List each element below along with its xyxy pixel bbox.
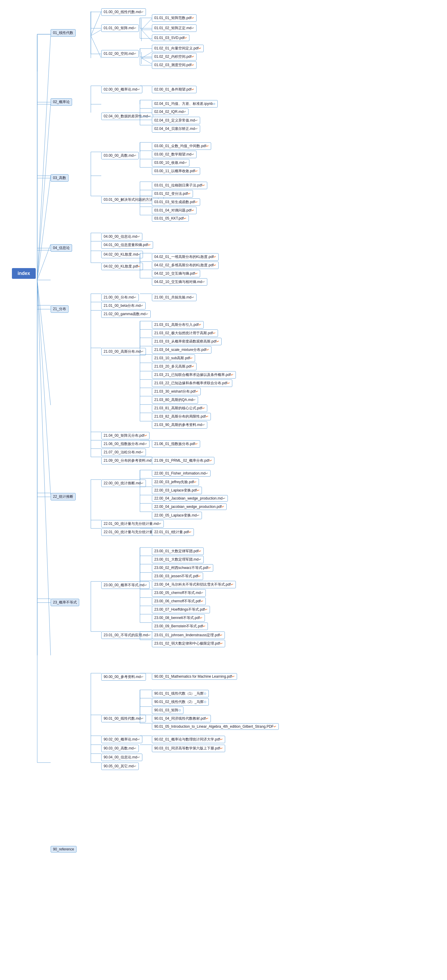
node-03-01-02[interactable]: 03.01_02_变分法.pdf ↵ <box>152 190 193 197</box>
node-03-00-01[interactable]: 03.00_01_众数_均值_中间数.pdf ↵ <box>152 142 211 150</box>
node-23-00-08[interactable]: 23.00_08_bennett不等式.pdf ↵ <box>152 614 205 622</box>
node-01-01-03[interactable]: 01.01_03_SVD.pdf ↵ <box>152 35 189 41</box>
node-02-04-03[interactable]: 02.04_03_定义异常值.md ↵ <box>152 117 200 124</box>
node-23-00-07[interactable]: 23.00_07_Hoeffdings不等式.pdf ↵ <box>152 606 210 613</box>
node-23-01-00[interactable]: 23.01_00_不等式的应用.md ↵ <box>101 632 153 639</box>
node-22-00-00[interactable]: 22.00_00_统计推断.md ↵ <box>101 480 146 487</box>
section-23[interactable]: 23_概率不等式 <box>51 599 79 606</box>
node-21-00-01[interactable]: 21.00_01_共轭先验.md ↵ <box>152 294 197 301</box>
node-22-00-05[interactable]: 22.00_05_Laplace变换.md ↵ <box>152 512 202 519</box>
node-21-03-01[interactable]: 21.03_01_高斯分布引入.pdf ↵ <box>152 321 204 329</box>
node-90-02-01[interactable]: 90.02_01_概率论与数理统计同济大学.pdf ↵ <box>152 736 225 743</box>
node-21-03-82[interactable]: 21.03_82_高斯分布的局限性.pdf ↵ <box>152 413 211 420</box>
node-01-01-01[interactable]: 01.01_01_矩阵范数.pdf ↵ <box>152 14 197 22</box>
node-90-01-05[interactable]: 90.01_05_Introduction_to_Linear_Algebra_… <box>152 723 279 730</box>
node-21-09-00[interactable]: 21.09_00_分布的参考资料.md ↵ <box>101 457 157 465</box>
node-02-00-01[interactable]: 02.00_01_条件期望.pdf ↵ <box>152 86 197 93</box>
section-02[interactable]: 02_概率论 <box>51 98 72 106</box>
node-22-01-01[interactable]: 22.01_01_t统计量.pdf ↵ <box>152 528 194 536</box>
node-04-02-00-md[interactable]: 04.02_00_KL散度.md ↵ <box>101 251 143 258</box>
node-03-00-11[interactable]: 03.00_11_以概率收敛.pdf ↵ <box>152 167 200 175</box>
node-02-04-02[interactable]: 02.04_02_IQR.md ↵ <box>152 108 189 115</box>
node-22-01-00[interactable]: 22.01_00_统计量与充分统计量.md ↵ <box>101 520 164 528</box>
section-22[interactable]: 22_统计推断 <box>51 493 76 500</box>
node-21-03-90[interactable]: 21.03_90_高斯的参考资料.md ↵ <box>152 421 207 429</box>
node-23-01-02[interactable]: 23.01_02_弱大数定律和中心极限定理.pdf ↵ <box>152 640 225 647</box>
node-04-02-00-pdf[interactable]: 04.02_00_KL散度.pdf ↵ <box>101 263 143 270</box>
node-01-00-00[interactable]: 01.00_00_线性代数.md ↵ <box>101 8 146 16</box>
section-21[interactable]: 21_分布 <box>51 305 68 313</box>
node-23-01-01[interactable]: 23.01_01_johnsen_lindenstrauss定理.pdf ↵ <box>152 632 225 639</box>
node-21-07-00[interactable]: 21.07_00_泊松分布.md ↵ <box>101 449 146 456</box>
node-21-06-00[interactable]: 21.06_00_指数族分布.md ↵ <box>101 440 150 448</box>
node-03-00-00[interactable]: 03.00_00_高数.md ↵ <box>101 152 139 159</box>
section-03[interactable]: 03_高数 <box>51 174 68 182</box>
node-23-00-02[interactable]: 23.00_02_柯西schwarz不等式.pdf ↵ <box>152 564 213 572</box>
node-23-00-09[interactable]: 23.00_09_Bernstein不等式.pdf ↵ <box>152 622 208 630</box>
node-23-00-00[interactable]: 23.00_00_概率不等式.md ↵ <box>101 581 150 589</box>
node-21-03-10[interactable]: 21.03_10_sub高斯.pdf ↵ <box>152 355 195 362</box>
node-23-00-01b[interactable]: 23.00_01_大数定理军团.md ↵ <box>152 556 204 563</box>
node-03-01-01[interactable]: 03.01_01_拉格朗日乘子法.pdf ↵ <box>152 182 207 189</box>
node-04-01-00[interactable]: 04.01_00_信息度量和熵.pdf ↵ <box>101 241 153 249</box>
node-90-03-00[interactable]: 90.03_00_高数.md ↵ <box>101 745 139 752</box>
node-21-03-04[interactable]: 21.03_04_scale_mixture分布.pdf ↵ <box>152 346 212 353</box>
node-04-02-10b[interactable]: 04.02_10_交互熵与相对熵.md ↵ <box>152 278 207 286</box>
node-02-04-04[interactable]: 02.04_04_贝塞尔矫正.md ↵ <box>152 125 200 132</box>
node-21-06-01[interactable]: 21.06_01_指数族分布.pdf ↵ <box>152 440 200 448</box>
node-03-01-05[interactable]: 03.01_05_KKT.pdf ↵ <box>152 215 189 222</box>
section-01[interactable]: 01_线性代数 <box>51 29 76 37</box>
node-90-05-00[interactable]: 90.05_00_其它.md ↵ <box>101 762 139 770</box>
node-23-00-05[interactable]: 23.00_05_chernoff不等式.md ↵ <box>152 589 206 597</box>
node-03-00-02[interactable]: 03.00_02_数学期望.md ↵ <box>152 151 197 158</box>
node-90-01-01[interactable]: 90.01_01_线性代数（1）_马辉 ⊙ <box>152 690 209 697</box>
node-21-01-00[interactable]: 21.01_00_beta分布.md ↵ <box>101 302 146 310</box>
node-90-01-00[interactable]: 90.01_00_线性代数.md ↵ <box>101 715 146 722</box>
node-90-00-00[interactable]: 90.00_00_参考资料.md ↵ <box>101 673 146 681</box>
node-02-04-01[interactable]: 02.04_01_均值、方差、标准差.ipynb ⊘ <box>152 100 218 108</box>
node-04-00-00[interactable]: 04.00_00_信息论.md ↵ <box>101 233 142 240</box>
section-90[interactable]: 90_reference <box>51 846 76 853</box>
node-04-02-10a[interactable]: 04.02_10_交互熵与熵.pdf ↵ <box>152 270 200 277</box>
node-03-00-10[interactable]: 03.00_10_收敛.md ↵ <box>152 159 189 167</box>
node-04-02-01[interactable]: 04.02_01_一维高斯分布的KL散度.pdf ↵ <box>152 253 219 261</box>
node-02-00-00[interactable]: 02.00_00_概率论.md ↵ <box>101 86 142 93</box>
node-01-01-02[interactable]: 01.01_02_矩阵正定.md ↵ <box>152 24 197 32</box>
node-03-01-04[interactable]: 03.01_04_对偶问题.pdf ↵ <box>152 207 197 214</box>
node-22-00-03b[interactable]: 22.00_03_Laplace变换.pdf ↵ <box>152 487 202 494</box>
node-90-01-03[interactable]: 90.01_03_矩阵 ⊙ <box>152 706 183 714</box>
node-22-00-04a[interactable]: 22.00_04_Jacobian_wedge_production.md ↵ <box>152 495 228 502</box>
node-23-00-03[interactable]: 23.00_03_jessen不等式.pdf ↵ <box>152 573 203 580</box>
node-22-00-03a[interactable]: 22.00_03_jeffrey先验.pdf ↵ <box>152 478 199 486</box>
node-21-03-21[interactable]: 21.03_21_已知联合概率求边缘以及条件概率.pdf ↵ <box>152 371 236 379</box>
node-01-01-00[interactable]: 01.01_00_矩阵.md ↵ <box>101 24 139 32</box>
section-04[interactable]: 04_信息论 <box>51 244 72 252</box>
node-03-01-03[interactable]: 03.01_03_矩生成函数.pdf ↵ <box>152 198 200 206</box>
node-02-04-00[interactable]: 02.04_00_数据的差异性.md ↵ <box>101 113 153 120</box>
node-90-01-02[interactable]: 90.01_02_线性代数（2）_马辉 ⊙ <box>152 698 209 706</box>
node-23-00-04[interactable]: 23.00_04_马尔科夫不等式和切比雪夫不等式.pdf ↵ <box>152 581 236 588</box>
node-04-02-02[interactable]: 04.02_02_多维高斯分布的KL散度.pdf ↵ <box>152 261 219 269</box>
node-21-00-00[interactable]: 21.00_00_分布.md ↵ <box>101 294 139 301</box>
node-21-03-30[interactable]: 21.03_30_wishart分布.pdf ↵ <box>152 388 201 395</box>
node-90-01-04[interactable]: 90.01_04_同济线性代数教材.pdf ↵ <box>152 715 211 722</box>
node-01-02-01[interactable]: 01.02_01_向量空间定义.pdf ↵ <box>152 45 204 52</box>
node-21-03-80[interactable]: 21.03_80_高斯的QA.md ↵ <box>152 396 198 404</box>
node-90-02-00[interactable]: 90.02_00_概率论.md ↵ <box>101 736 142 743</box>
root-node[interactable]: index <box>12 268 36 279</box>
node-22-00-04b[interactable]: 22.00_04_jacobian_wedge_production.pdf ↵ <box>152 503 227 510</box>
node-90-04-00[interactable]: 90.04_00_信息论.md ↵ <box>101 754 142 761</box>
node-21-09-01[interactable]: 21.09_01_PRML_02_概率分布.pdf ↵ <box>152 457 215 465</box>
node-21-03-02[interactable]: 21.03_02_极大似然统计用于高斯.pdf ↵ <box>152 329 218 337</box>
node-01-02-00[interactable]: 01.02_00_空间.md ↵ <box>101 50 139 57</box>
node-21-03-22[interactable]: 21.03_22_已知边缘和条件概率求联合分布.pdf ↵ <box>152 380 232 387</box>
node-90-00-01[interactable]: 90.00_01_Mathematics for Machine Learnin… <box>152 673 237 680</box>
node-01-02-03[interactable]: 01.02_03_测度空间.pdf ↵ <box>152 61 197 69</box>
node-21-03-81[interactable]: 21.03_81_高斯的核心公式.pdf ↵ <box>152 404 207 412</box>
node-21-02-00[interactable]: 21.02_00_gamma函数.md ↵ <box>101 310 151 318</box>
node-21-03-20[interactable]: 21.03_20_多元高斯.pdf ↵ <box>152 363 197 370</box>
node-23-00-06[interactable]: 23.00_06_chernoff不等式.pdf ↵ <box>152 598 206 605</box>
node-01-02-02[interactable]: 01.02_02_内积空间.pdf ↵ <box>152 53 197 60</box>
node-21-03-03[interactable]: 21.03_03_从概率密度函数观察高斯.pdf ↵ <box>152 338 221 345</box>
node-90-03-01[interactable]: 90.03_01_同济高等数学第六版上下册.pdf ↵ <box>152 745 225 752</box>
